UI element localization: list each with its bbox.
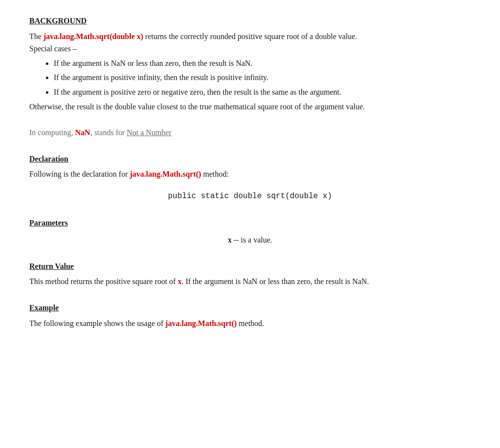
declaration-section: Declaration Following is the declaration… [29, 153, 471, 203]
return-post: . If the argument is NaN or less than ze… [182, 277, 369, 285]
declaration-heading: Declaration [29, 153, 471, 165]
background-intro-post: returns the correctly rounded positive s… [143, 32, 357, 41]
background-method: java.lang.Math.sqrt(double x) [43, 32, 143, 41]
background-heading: BACKGROUND [29, 15, 471, 27]
example-method: java.lang.Math.sqrt() [166, 319, 237, 327]
nan-bold: NaN [75, 128, 90, 137]
return-value-text: This method returns the positive square … [29, 275, 471, 288]
declaration-method: java.lang.Math.sqrt() [130, 170, 201, 178]
computing-mid: , stands for [90, 128, 127, 137]
list-item: If the argument is positive infinity, th… [54, 71, 471, 84]
example-heading: Example [29, 302, 471, 314]
code-block: public static double sqrt(double x) [29, 190, 471, 203]
return-value-section: Return Value This method returns the pos… [29, 260, 471, 288]
otherwise-text: Otherwise, the result is the double valu… [29, 101, 471, 113]
return-value-heading: Return Value [29, 260, 471, 273]
background-intro-pre: The [29, 32, 43, 41]
not-a-number-link[interactable]: Not a Number [127, 128, 172, 137]
computing-note: In computing, NaN, stands for Not a Numb… [29, 126, 471, 139]
declaration-intro: Following is the declaration for java.la… [29, 168, 471, 181]
return-pre: This method returns the positive square … [29, 277, 178, 285]
example-section: Example The following example shows the … [29, 302, 471, 329]
parameters-section: Parameters x -- is a value. [29, 217, 471, 246]
background-section: BACKGROUND The java.lang.Math.sqrt(doubl… [29, 15, 471, 113]
background-intro: The java.lang.Math.sqrt(double x) return… [29, 30, 471, 43]
parameters-heading: Parameters [29, 217, 471, 229]
declaration-pre: Following is the declaration for [29, 170, 130, 178]
bullet-list: If the argument is NaN or less than zero… [54, 57, 471, 99]
special-cases-label: Special cases – [29, 42, 471, 55]
list-item: If the argument is NaN or less than zero… [54, 57, 471, 70]
return-x: x [178, 277, 182, 285]
example-post: method. [237, 319, 264, 327]
list-item: If the argument is positive zero or nega… [54, 86, 471, 99]
example-text: The following example shows the usage of… [29, 317, 471, 330]
param-line: x -- is a value. [29, 234, 471, 246]
computing-pre: In computing, [29, 128, 75, 137]
declaration-post: method: [201, 170, 229, 178]
example-pre: The following example shows the usage of [29, 319, 166, 327]
param-desc: -- is a value. [231, 236, 272, 244]
